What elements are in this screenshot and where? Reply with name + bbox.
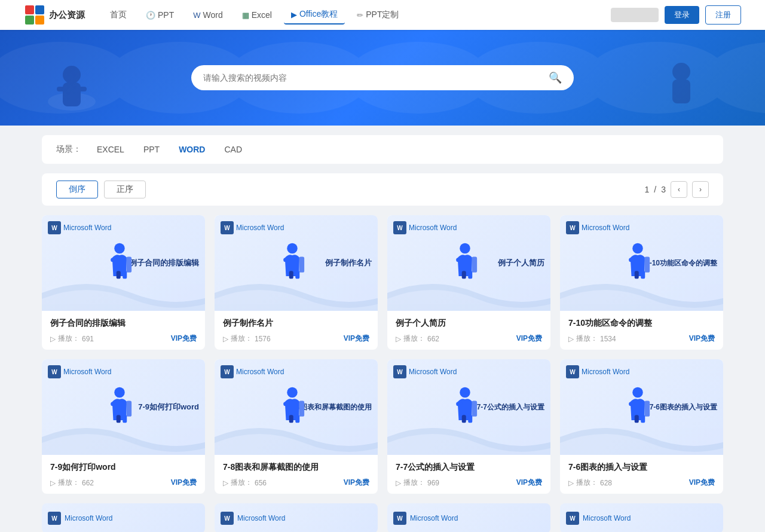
nav-ppt-custom-label: PPT定制 xyxy=(366,10,399,20)
card-7[interactable]: W Microsoft Word 7-7公式的插入与设置 7-7公式的插入与设置 xyxy=(387,359,550,494)
card-6[interactable]: W Microsoft Word 7-8图表和屏幕截图的使用 7-8图表和屏幕截… xyxy=(215,359,378,494)
svg-rect-40 xyxy=(295,415,299,423)
card-8-title: 7-6图表的插入与设置 xyxy=(568,462,715,473)
play-icon-3: ▷ xyxy=(396,335,401,343)
word-icon-p2: W xyxy=(221,512,234,525)
scene-cad[interactable]: CAD xyxy=(221,143,246,155)
card-3-thumb-title: 例子个人简历 xyxy=(498,258,544,268)
card-1-vip: VIP免费 xyxy=(171,334,197,344)
card-6-title: 7-8图表和屏幕截图的使用 xyxy=(223,462,369,473)
card-6-footer: ▷ 播放： 656 VIP免费 xyxy=(223,478,369,488)
word-icon-2: W xyxy=(221,221,234,234)
card-partial-4-thumb: W Microsoft Word xyxy=(560,503,723,532)
card-8[interactable]: W Microsoft Word 7-6图表的插入与设置 7-6图表的插入与设置 xyxy=(560,359,723,494)
nav-excel[interactable]: ▦ Excel xyxy=(235,7,279,23)
thumb-figure-1 xyxy=(106,242,142,284)
header: 办公资源 首页 🕐 PPT W Word ▦ Excel ▶ Office教程 … xyxy=(0,0,765,30)
play-icon-4: ▷ xyxy=(568,335,574,343)
card-1-footer: ▷ 播放： 691 VIP免费 xyxy=(50,334,197,344)
card-1[interactable]: W Microsoft Word 例子合同的排版编辑 例子合同的排版编辑 xyxy=(42,215,205,350)
card-partial-2[interactable]: W Microsoft Word xyxy=(215,503,378,532)
nav-ppt[interactable]: 🕐 PPT xyxy=(139,7,181,23)
word-icon-1: W xyxy=(48,221,61,234)
card-1-views: ▷ 播放： 691 xyxy=(50,334,94,344)
svg-rect-11 xyxy=(672,80,690,103)
svg-rect-48 xyxy=(629,402,635,406)
svg-rect-50 xyxy=(641,415,645,423)
ppt-icon: 🕐 xyxy=(146,11,155,20)
register-button[interactable]: 注册 xyxy=(705,5,741,25)
card-2-body: 例子制作名片 ▷ 播放： 1576 VIP免费 xyxy=(215,311,378,350)
card-5[interactable]: W Microsoft Word 7-9如何打印word 7-9如何打印word xyxy=(42,359,205,494)
svg-point-47 xyxy=(632,387,643,398)
card-4-thumb: W Microsoft Word 7-10功能区命令的调整 xyxy=(560,215,723,311)
scene-word[interactable]: WORD xyxy=(175,143,209,155)
svg-point-27 xyxy=(632,243,643,254)
play-icon-6: ▷ xyxy=(223,479,228,487)
card-partial-3-thumb: W Microsoft Word xyxy=(387,503,550,532)
svg-rect-44 xyxy=(472,401,477,417)
nav-home[interactable]: 首页 xyxy=(103,6,134,24)
scene-excel[interactable]: EXCEL xyxy=(93,143,128,155)
nav-office-tutorial[interactable]: ▶ Office教程 xyxy=(284,5,345,25)
card-4-footer: ▷ 播放： 1534 VIP免费 xyxy=(568,334,715,344)
card-8-thumb: W Microsoft Word 7-6图表的插入与设置 xyxy=(560,359,723,455)
nav-word[interactable]: W Word xyxy=(186,7,230,23)
page-total: 3 xyxy=(661,185,666,194)
page-next-button[interactable]: › xyxy=(692,181,709,198)
search-icon: 🔍 xyxy=(549,72,562,84)
word-icon-p1: W xyxy=(48,512,61,525)
card-2-badge: W Microsoft Word xyxy=(221,221,284,234)
card-7-body: 7-7公式的插入与设置 ▷ 播放： 969 VIP免费 xyxy=(387,455,550,494)
sort-asc-button[interactable]: 正序 xyxy=(104,181,146,198)
play-icon-1: ▷ xyxy=(50,335,56,343)
sort-desc-button[interactable]: 倒序 xyxy=(56,181,98,198)
svg-rect-16 xyxy=(116,271,120,279)
pagination: 1 / 3 ‹ › xyxy=(645,181,709,198)
nav-ppt-custom[interactable]: ✏ PPT定制 xyxy=(350,6,406,24)
svg-rect-25 xyxy=(468,271,472,279)
card-7-thumb: W Microsoft Word 7-7公式的插入与设置 xyxy=(387,359,550,455)
card-partial-4[interactable]: W Microsoft Word xyxy=(560,503,723,532)
card-7-thumb-title: 7-7公式的插入与设置 xyxy=(477,402,544,412)
login-button[interactable]: 登录 xyxy=(665,6,699,24)
card-5-title: 7-9如何打印word xyxy=(50,462,197,473)
card-7-vip: VIP免费 xyxy=(516,478,542,488)
word-icon-4: W xyxy=(566,221,579,234)
search-button[interactable]: 🔍 xyxy=(549,71,562,84)
page-prev-button[interactable]: ‹ xyxy=(671,181,687,198)
play-icon-5: ▷ xyxy=(50,479,56,487)
thumb-figure-3 xyxy=(451,242,487,284)
card-partial-1[interactable]: W Microsoft Word xyxy=(42,503,205,532)
card-2-title: 例子制作名片 xyxy=(223,318,369,329)
thumb-figure-8 xyxy=(624,386,660,428)
card-partial-3[interactable]: W Microsoft Word xyxy=(387,503,550,532)
views-prefix: 播放： xyxy=(58,334,79,344)
svg-point-6 xyxy=(63,66,81,84)
word-icon-nav: W xyxy=(193,11,200,20)
cards-grid-row3-partial: W Microsoft Word W Microsoft Word W Micr… xyxy=(42,503,723,532)
card-4[interactable]: W Microsoft Word 7-10功能区命令的调整 7-10功能区命令的… xyxy=(560,215,723,350)
card-3[interactable]: W Microsoft Word 例子个人简历 例子个人简历 ▷ xyxy=(387,215,550,350)
svg-rect-33 xyxy=(111,402,117,406)
card-partial-3-badge: Microsoft Word xyxy=(410,514,458,522)
nav-word-label: Word xyxy=(203,10,223,20)
card-2-footer: ▷ 播放： 1576 VIP免费 xyxy=(223,334,369,344)
card-2[interactable]: W Microsoft Word 例子制作名片 例子制作名片 ▷ xyxy=(215,215,378,350)
thumb-figure-4 xyxy=(624,242,660,284)
logo-text: 办公资源 xyxy=(49,10,85,21)
search-input[interactable] xyxy=(203,73,549,82)
card-4-views: ▷ 播放： 1534 xyxy=(568,334,616,344)
nav-home-label: 首页 xyxy=(110,10,127,20)
word-icon-8: W xyxy=(566,365,579,378)
card-2-thumb-title: 例子制作名片 xyxy=(325,258,372,268)
logo[interactable]: 办公资源 xyxy=(24,4,85,26)
scene-ppt[interactable]: PPT xyxy=(140,143,163,155)
cards-grid-row1: W Microsoft Word 例子合同的排版编辑 例子合同的排版编辑 xyxy=(42,215,723,350)
word-icon-7: W xyxy=(393,365,406,378)
svg-rect-51 xyxy=(634,415,638,423)
card-4-title: 7-10功能区命令的调整 xyxy=(568,318,715,329)
card-1-title: 例子合同的排版编辑 xyxy=(50,318,197,329)
card-4-vip: VIP免费 xyxy=(689,334,715,344)
card-6-thumb: W Microsoft Word 7-8图表和屏幕截图的使用 xyxy=(215,359,378,455)
